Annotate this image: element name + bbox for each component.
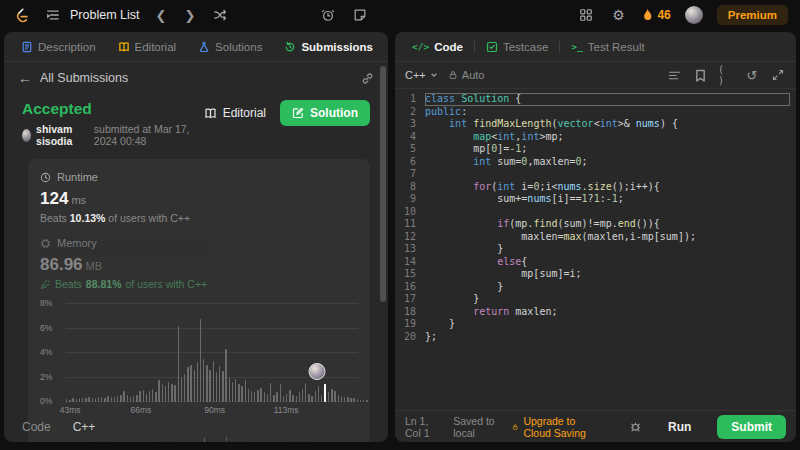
histogram-bar[interactable]	[225, 349, 226, 402]
memory-label-row[interactable]: Memory	[40, 237, 358, 249]
tab-testcase[interactable]: Testcase	[479, 37, 555, 57]
histogram-bar[interactable]	[209, 370, 210, 402]
histogram-bar[interactable]	[341, 396, 342, 402]
code-line[interactable]: mp[0]=-1;	[425, 143, 790, 156]
code-line[interactable]: }	[425, 318, 790, 331]
histogram-bar[interactable]	[130, 397, 131, 402]
timer-icon[interactable]	[319, 6, 337, 24]
histogram-bar[interactable]	[251, 391, 252, 402]
histogram-bar[interactable]	[363, 400, 364, 402]
histogram-bar[interactable]	[114, 397, 115, 402]
histogram-bar[interactable]	[203, 359, 204, 402]
undo-icon[interactable]: ↺	[744, 67, 760, 83]
histogram-bar[interactable]	[338, 395, 339, 402]
histogram-bar[interactable]	[139, 391, 140, 402]
histogram-bar[interactable]	[302, 389, 303, 402]
histogram-bar[interactable]	[95, 398, 96, 402]
run-button[interactable]: Run	[656, 415, 703, 439]
histogram-bar[interactable]	[331, 389, 332, 402]
daily-streak[interactable]: 46	[641, 8, 670, 22]
histogram-bar[interactable]	[229, 377, 230, 402]
histogram-bar[interactable]	[241, 386, 242, 402]
code-line[interactable]: mp[sum]=i;	[425, 268, 790, 281]
histogram-bar[interactable]	[248, 389, 249, 402]
histogram-bar[interactable]	[152, 389, 153, 402]
apps-grid-icon[interactable]	[577, 6, 595, 24]
histogram-bar[interactable]	[76, 399, 77, 402]
histogram-bar[interactable]	[328, 392, 329, 402]
problem-list-label[interactable]: Problem List	[70, 8, 139, 22]
prev-problem-button[interactable]: ❮	[153, 8, 168, 23]
bookmark-icon[interactable]	[692, 67, 708, 83]
histogram-bar[interactable]	[238, 384, 239, 402]
histogram-bar[interactable]	[82, 398, 83, 402]
histogram-bar[interactable]	[162, 384, 163, 402]
histogram-bar[interactable]	[321, 395, 322, 402]
tab-submissions[interactable]: Submissions	[277, 37, 380, 57]
histogram-bar[interactable]	[347, 397, 348, 402]
code-line[interactable]: return maxlen;	[425, 306, 790, 319]
histogram-bar[interactable]	[292, 395, 293, 402]
language-selector[interactable]: C++	[405, 69, 438, 81]
notes-icon[interactable]	[351, 6, 369, 24]
solution-button[interactable]: Solution	[280, 100, 370, 126]
code-line[interactable]: }	[425, 293, 790, 306]
histogram-bar[interactable]	[260, 388, 261, 402]
format-code-icon[interactable]	[666, 67, 682, 83]
histogram-bar[interactable]	[366, 400, 367, 402]
histogram-bar[interactable]	[289, 390, 290, 402]
histogram-bar[interactable]	[194, 370, 195, 402]
runtime-block[interactable]: Runtime 124ms Beats 10.13% of users with…	[40, 171, 358, 224]
histogram-bar[interactable]	[305, 383, 306, 402]
user-submission-marker[interactable]	[308, 363, 325, 380]
histogram-bar[interactable]	[200, 319, 201, 402]
left-panel-scrollbar[interactable]	[380, 66, 386, 302]
premium-button[interactable]: Premium	[717, 5, 788, 25]
histogram-bar[interactable]	[190, 365, 191, 402]
histogram-bar[interactable]	[270, 383, 271, 402]
histogram-bar[interactable]	[158, 380, 159, 402]
histogram-bar[interactable]	[187, 367, 188, 402]
histogram-bar[interactable]	[92, 398, 93, 402]
code-line[interactable]: int sum=0,maxlen=0;	[425, 156, 790, 169]
histogram-bar[interactable]	[168, 382, 169, 402]
auto-toggle[interactable]: Auto	[448, 69, 485, 81]
code-lines[interactable]: class Solution {public: int findMaxLengt…	[425, 93, 796, 410]
histogram-bar[interactable]	[101, 397, 102, 402]
histogram-bar[interactable]	[146, 394, 147, 402]
share-link-icon[interactable]	[361, 72, 374, 85]
histogram-bar[interactable]	[324, 384, 326, 402]
code-line[interactable]: };	[425, 331, 790, 344]
histogram-bar[interactable]	[334, 391, 335, 402]
mini-histogram[interactable]: 43ms66ms90ms113ms	[92, 428, 358, 442]
expand-icon[interactable]	[770, 67, 786, 83]
histogram-bar[interactable]	[127, 395, 128, 402]
memory-block[interactable]: Memory 86.96MB Beats 88.81% of users wit…	[40, 237, 358, 290]
histogram-bar[interactable]	[79, 398, 80, 402]
runtime-histogram-bars[interactable]	[66, 304, 358, 402]
tab-code[interactable]: </> Code	[405, 37, 470, 57]
tab-test-result[interactable]: >_ Test Result	[564, 37, 651, 57]
histogram-bar[interactable]	[88, 397, 89, 402]
code-line[interactable]: }	[425, 281, 790, 294]
histogram-bar[interactable]	[85, 398, 86, 402]
code-line[interactable]: if(mp.find(sum)!=mp.end()){	[425, 218, 790, 231]
problem-list-icon[interactable]	[44, 6, 62, 24]
histogram-bar[interactable]	[280, 384, 281, 402]
debug-icon[interactable]	[629, 420, 642, 433]
code-line[interactable]: public:	[425, 106, 790, 119]
histogram-bar[interactable]	[184, 374, 185, 402]
histogram-bar[interactable]	[273, 395, 274, 402]
user-avatar[interactable]	[685, 6, 703, 24]
histogram-bar[interactable]	[232, 382, 233, 402]
histogram-bar[interactable]	[276, 392, 277, 402]
author-name[interactable]: shivam sisodia	[36, 123, 89, 147]
histogram-bar[interactable]	[286, 394, 287, 402]
upgrade-cloud-link[interactable]: Upgrade to Cloud Saving	[512, 415, 601, 439]
histogram-bar[interactable]	[308, 394, 309, 402]
next-problem-button[interactable]: ❯	[182, 8, 197, 23]
histogram-bar[interactable]	[136, 395, 137, 402]
histogram-bar[interactable]	[117, 396, 118, 402]
histogram-bar[interactable]	[353, 398, 354, 402]
histogram-bar[interactable]	[219, 366, 220, 402]
